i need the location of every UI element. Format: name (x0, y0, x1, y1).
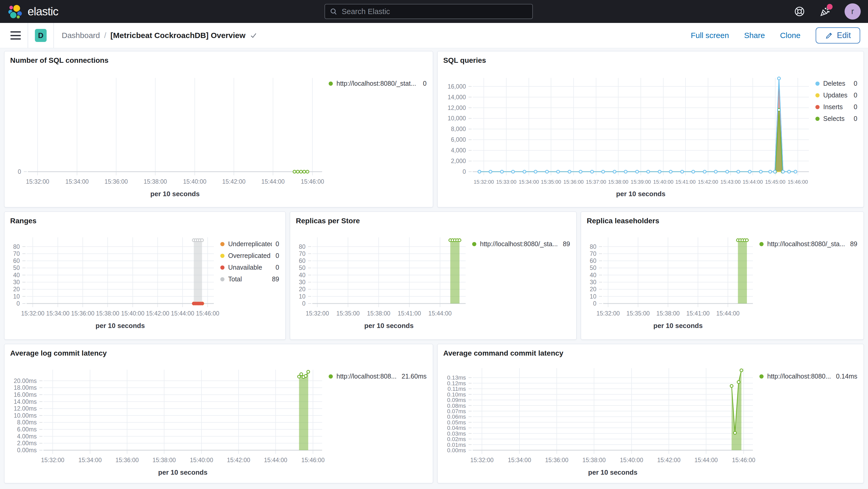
series-value: 89 (563, 241, 570, 247)
svg-text:15:34:00: 15:34:00 (519, 179, 539, 185)
svg-text:15:40:00: 15:40:00 (121, 310, 145, 317)
series-label: http://localhost:808... (337, 373, 398, 380)
elastic-brand[interactable]: elastic (0, 4, 58, 19)
full-screen-button[interactable]: Full screen (691, 31, 729, 40)
toolbar-divider (28, 23, 28, 48)
news-party-icon[interactable] (819, 5, 831, 18)
svg-text:80: 80 (590, 243, 596, 250)
svg-text:14.00ms: 14.00ms (14, 398, 37, 405)
top-nav: elastic r (0, 0, 868, 23)
svg-text:15:42:00: 15:42:00 (657, 457, 681, 463)
series-color-dot (220, 242, 224, 246)
series-value: 0 (276, 241, 279, 247)
svg-text:16.00ms: 16.00ms (14, 391, 37, 398)
svg-text:15:46:00: 15:46:00 (301, 457, 325, 463)
svg-text:20: 20 (590, 286, 596, 293)
chart-average-log-commit-latency[interactable]: 0.00ms2.00ms4.00ms6.00ms8.00ms10.00ms12.… (4, 360, 329, 483)
notification-badge (827, 4, 833, 10)
svg-text:0: 0 (593, 300, 596, 307)
panel-title: Replicas per Store (290, 212, 576, 228)
svg-text:8.00ms: 8.00ms (17, 419, 37, 426)
dashboard-app-badge[interactable]: D (35, 29, 46, 42)
panel-number-of-sql-connections: Number of SQL connections 015:32:0015:34… (4, 51, 433, 207)
svg-text:15:32:00: 15:32:00 (26, 178, 50, 185)
svg-text:20: 20 (299, 286, 306, 293)
legend-item[interactable]: Deletes0 (815, 80, 857, 87)
svg-text:0: 0 (18, 168, 21, 175)
nav-right-controls: r (794, 0, 868, 23)
series-label: http://localhost:8080... (767, 373, 832, 380)
legend-item[interactable]: http://localhost:8080...0.14ms (760, 373, 857, 380)
breadcrumb-dashboard-link[interactable]: Dashboard (62, 31, 100, 40)
legend-item[interactable]: Underreplicated0 (220, 241, 279, 247)
svg-text:0.12ms: 0.12ms (447, 380, 466, 387)
svg-text:0.08ms: 0.08ms (447, 402, 466, 409)
share-button[interactable]: Share (744, 31, 765, 40)
svg-text:15:35:00: 15:35:00 (626, 310, 650, 317)
legend-item[interactable]: Inserts0 (815, 103, 857, 111)
svg-text:15:38:00: 15:38:00 (144, 178, 167, 185)
chart-number-of-sql-connections[interactable]: 015:32:0015:34:0015:36:0015:38:0015:40:0… (4, 67, 329, 207)
svg-text:0.13ms: 0.13ms (447, 374, 466, 381)
svg-text:15:43:00: 15:43:00 (720, 179, 741, 185)
legend-item[interactable]: Overreplicated0 (220, 252, 279, 259)
dashboard-toolbar: D Dashboard / [Metricbeat CockroachDB] O… (0, 23, 868, 48)
pencil-icon (825, 31, 833, 40)
svg-text:60: 60 (13, 257, 20, 264)
saved-check-icon[interactable] (250, 32, 257, 39)
svg-text:per 10 seconds: per 10 seconds (616, 190, 665, 198)
svg-text:per 10 seconds: per 10 seconds (364, 322, 413, 330)
legend-item[interactable]: Unavailable0 (220, 264, 279, 271)
global-search[interactable] (324, 4, 533, 19)
search-input[interactable] (341, 7, 528, 16)
svg-text:15:38:00: 15:38:00 (153, 457, 176, 463)
panel-replicas-per-store: Replicas per Store 0102030405060708015:3… (290, 212, 577, 340)
svg-text:15:41:00: 15:41:00 (675, 179, 695, 185)
help-icon[interactable] (794, 5, 806, 18)
series-value: 0 (276, 264, 279, 271)
page-title: [Metricbeat CockroachDB] Overview (111, 31, 246, 40)
svg-text:0.02ms: 0.02ms (447, 436, 466, 442)
panel-sql-queries: SQL queries 02,0004,0006,0008,00010,0001… (437, 51, 864, 207)
svg-text:15:32:00: 15:32:00 (474, 179, 494, 185)
legend-item[interactable]: http://localhost:8080/_sta...89 (760, 241, 857, 247)
svg-text:0.03ms: 0.03ms (447, 430, 466, 437)
panel-average-log-commit-latency: Average log commit latency 0.00ms2.00ms4… (4, 344, 433, 483)
chart-average-command-commit-latency[interactable]: 0.00ms0.01ms0.02ms0.03ms0.04ms0.05ms0.06… (437, 360, 760, 483)
svg-text:15:32:00: 15:32:00 (306, 310, 329, 317)
legend-item[interactable]: Selects0 (815, 115, 857, 122)
svg-text:18.00ms: 18.00ms (14, 384, 37, 391)
series-label: Deletes (823, 80, 850, 87)
chart-replicas-per-store[interactable]: 0102030405060708015:32:0015:35:0015:38:0… (290, 228, 472, 339)
svg-text:10: 10 (590, 293, 596, 300)
series-value: 89 (850, 241, 857, 247)
panel-replica-leaseholders: Replica leaseholders 0102030405060708015… (581, 212, 864, 340)
svg-text:15:36:00: 15:36:00 (71, 310, 95, 317)
menu-hamburger-icon[interactable] (10, 31, 21, 40)
svg-text:0.07ms: 0.07ms (447, 408, 466, 415)
chart-ranges[interactable]: 0102030405060708015:32:0015:34:0015:36:0… (4, 228, 220, 339)
legend-item[interactable]: Updates0 (815, 92, 857, 99)
svg-text:15:35:00: 15:35:00 (541, 179, 561, 185)
edit-button[interactable]: Edit (816, 27, 860, 43)
legend-item[interactable]: Total89 (220, 276, 279, 283)
svg-text:70: 70 (590, 250, 596, 257)
clone-button[interactable]: Clone (780, 31, 800, 40)
legend-item[interactable]: http://localhost:808...21.60ms (329, 373, 427, 380)
svg-text:15:36:00: 15:36:00 (563, 179, 584, 185)
legend-item[interactable]: http://localhost:8080/_stat...0 (329, 80, 427, 87)
svg-text:0.00ms: 0.00ms (447, 447, 466, 454)
svg-text:15:41:00: 15:41:00 (398, 310, 421, 317)
panel-title: SQL queries (437, 51, 864, 67)
chart-replica-leaseholders[interactable]: 0102030405060708015:32:0015:35:0015:38:0… (581, 228, 760, 339)
legend-item[interactable]: http://localhost:8080/_sta...89 (472, 241, 570, 247)
svg-text:0.04ms: 0.04ms (447, 425, 466, 431)
user-avatar[interactable]: r (844, 3, 861, 20)
series-color-dot (220, 277, 224, 281)
svg-text:15:32:00: 15:32:00 (470, 457, 494, 463)
svg-text:15:44:00: 15:44:00 (428, 310, 452, 317)
svg-text:0.10ms: 0.10ms (447, 391, 466, 398)
chart-sql-queries[interactable]: 02,0004,0006,0008,00010,00012,00014,0001… (437, 67, 815, 207)
series-label: http://localhost:8080/_sta... (480, 241, 559, 247)
svg-text:16,000: 16,000 (448, 83, 466, 90)
